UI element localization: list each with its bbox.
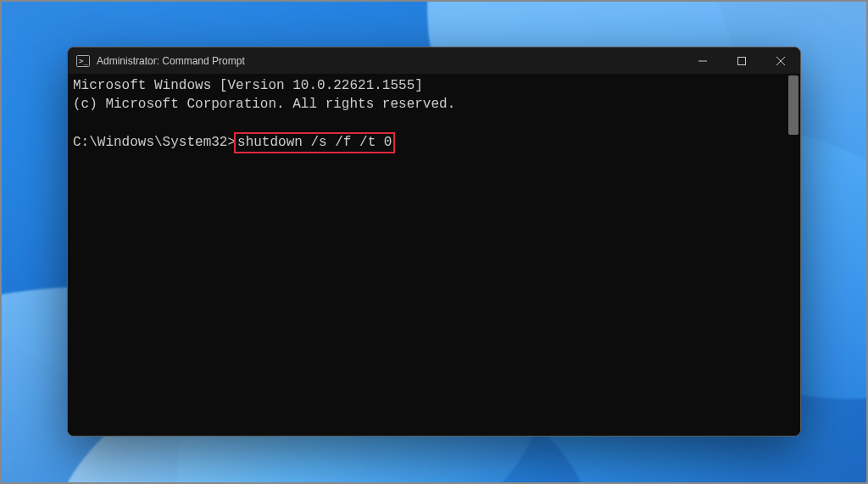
command-highlight: shutdown /s /f /t 0 (234, 132, 395, 154)
terminal-command: shutdown /s /f /t 0 (237, 135, 392, 150)
minimize-button[interactable] (683, 47, 722, 74)
close-button[interactable] (761, 47, 800, 74)
window-title: Administrator: Command Prompt (97, 56, 245, 66)
terminal-header-line1: Microsoft Windows [Version 10.0.22621.15… (73, 78, 423, 93)
command-prompt-icon: >_ (76, 54, 90, 68)
window-controls (683, 47, 800, 74)
terminal-output[interactable]: Microsoft Windows [Version 10.0.22621.15… (68, 74, 800, 436)
svg-text:>_: >_ (79, 57, 88, 65)
titlebar[interactable]: >_ Administrator: Command Prompt (68, 47, 800, 74)
terminal-prompt: C:\Windows\System32> (73, 135, 236, 150)
command-prompt-window: >_ Administrator: Command Prompt Microso… (67, 47, 801, 437)
maximize-button[interactable] (722, 47, 761, 74)
terminal-header-line2: (c) Microsoft Corporation. All rights re… (73, 97, 455, 112)
svg-rect-3 (738, 57, 746, 64)
scrollbar-thumb[interactable] (788, 75, 798, 135)
